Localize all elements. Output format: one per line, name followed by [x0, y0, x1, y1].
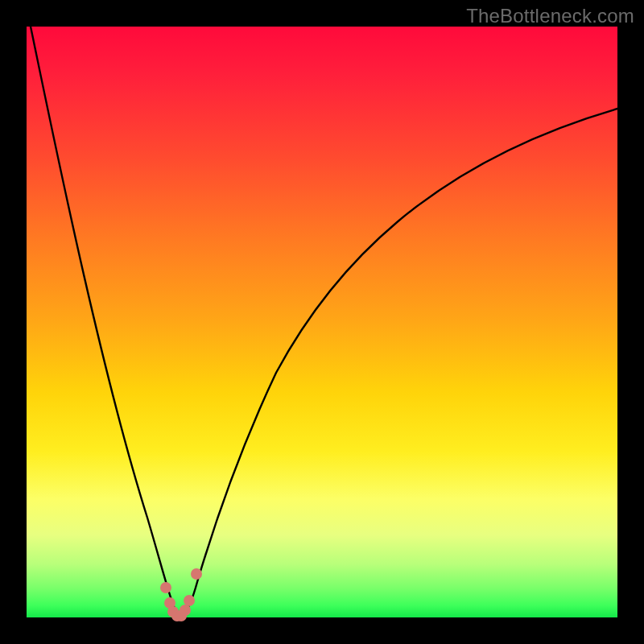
marker-cluster — [160, 568, 202, 621]
plot-area — [27, 27, 617, 617]
marker-dot — [191, 568, 202, 580]
chart-frame: TheBottleneck.com — [0, 0, 644, 644]
marker-dot — [180, 605, 191, 616]
marker-dot — [160, 582, 171, 593]
watermark-text: TheBottleneck.com — [466, 5, 634, 27]
bottleneck-curve — [31, 27, 617, 615]
marker-dot — [184, 595, 195, 606]
curve-layer — [27, 27, 617, 617]
